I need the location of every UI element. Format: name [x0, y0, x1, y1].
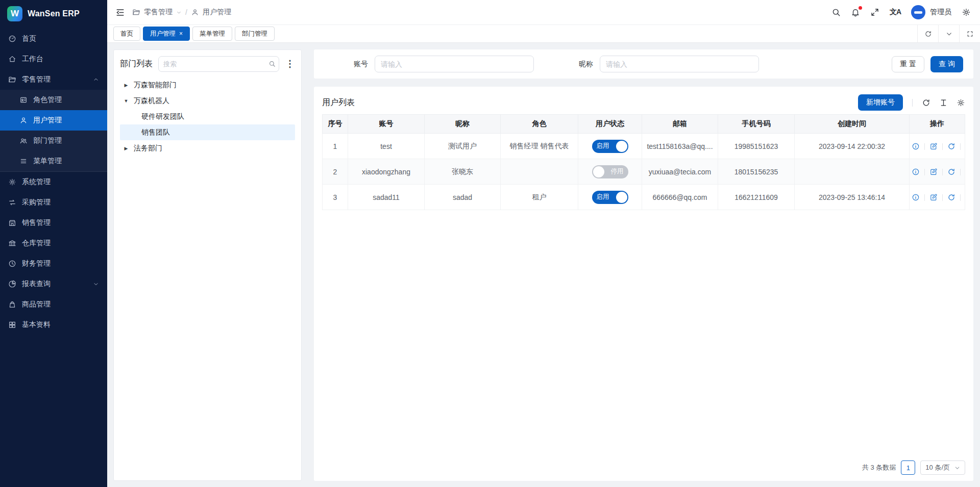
tree-node[interactable]: ▼万森机器人 — [120, 93, 295, 109]
column-settings-gear-icon[interactable] — [957, 98, 965, 107]
fullscreen-icon[interactable] — [870, 8, 879, 17]
sidebar-item-零售管理[interactable]: 零售管理 — [0, 69, 107, 90]
breadcrumb: 零售管理 / 用户管理 — [132, 8, 231, 17]
folder-icon — [8, 75, 16, 84]
tab-部门管理[interactable]: 部门管理 — [235, 27, 275, 41]
table-row: 2xiaodongzhang张晓东停用yuxiuaa@tecia.com1801… — [323, 159, 965, 185]
row-actions — [912, 168, 965, 176]
caret-icon[interactable]: ▼ — [123, 98, 129, 104]
sidebar-item-首页[interactable]: 首页 — [0, 29, 107, 49]
sidebar-item-label: 系统管理 — [22, 177, 99, 187]
sidebar-item-工作台[interactable]: 工作台 — [0, 49, 107, 69]
detail-button[interactable] — [912, 193, 920, 201]
caret-icon[interactable]: ▶ — [123, 146, 129, 151]
sidebar-item-用户管理[interactable]: 用户管理 — [0, 110, 107, 131]
sidebar-item-label: 菜单管理 — [33, 157, 99, 166]
sidebar-item-角色管理[interactable]: 角色管理 — [0, 90, 107, 110]
sidebar-item-基本资料[interactable]: 基本资料 — [0, 315, 107, 335]
user-list-card: 用户列表 新增账号 — [314, 87, 973, 481]
page-button[interactable]: 1 — [901, 460, 915, 475]
tab-label: 菜单管理 — [200, 30, 225, 38]
tree-node-label: 万森智能部门 — [134, 81, 177, 90]
pagination: 共 3 条数据 1 10 条/页 — [862, 460, 965, 475]
account-input[interactable] — [375, 56, 534, 72]
sidebar-item-菜单管理[interactable]: 菜单管理 — [0, 151, 107, 171]
refresh-page-icon[interactable] — [917, 25, 938, 42]
reset-button[interactable] — [947, 142, 955, 150]
sidebar-item-财务管理[interactable]: 财务管理 — [0, 253, 107, 274]
reset-button[interactable] — [947, 168, 955, 176]
breadcrumb-page[interactable]: 用户管理 — [203, 8, 231, 17]
row-height-icon[interactable] — [939, 98, 948, 107]
tree-node-label: 销售团队 — [141, 128, 170, 137]
tab-首页[interactable]: 首页 — [113, 27, 140, 41]
tree-node[interactable]: 硬件研发团队 — [120, 109, 295, 124]
caret-icon[interactable]: ▶ — [123, 83, 129, 88]
action-divider — [960, 194, 961, 201]
content-fullscreen-icon[interactable] — [959, 25, 980, 42]
breadcrumb-section[interactable]: 零售管理 — [144, 8, 173, 17]
reset-button[interactable]: 重 置 — [892, 56, 924, 72]
sidebar-item-销售管理[interactable]: 销售管理 — [0, 213, 107, 233]
department-search-input[interactable] — [159, 60, 265, 68]
close-icon[interactable]: × — [179, 31, 183, 37]
edit-button[interactable] — [929, 193, 938, 201]
sidebar-item-部门管理[interactable]: 部门管理 — [0, 131, 107, 151]
reset-button[interactable] — [947, 193, 955, 201]
cell-phone: 18015156235 — [718, 159, 795, 185]
tab-用户管理[interactable]: 用户管理× — [143, 27, 190, 41]
sidebar-item-商品管理[interactable]: 商品管理 — [0, 294, 107, 315]
tree-node[interactable]: 销售团队 — [120, 124, 295, 140]
toolbar-divider — [912, 99, 913, 107]
sidebar-item-报表查询[interactable]: 报表查询 — [0, 274, 107, 294]
tree-node-label: 法务部门 — [134, 144, 162, 153]
action-divider — [942, 143, 943, 150]
tab-菜单管理[interactable]: 菜单管理 — [192, 27, 232, 41]
cell-nickname: sadad — [425, 185, 501, 210]
cell-account: test — [348, 134, 425, 159]
tree-node-label: 硬件研发团队 — [141, 112, 184, 121]
tree-node[interactable]: ▶法务部门 — [120, 140, 295, 156]
status-toggle[interactable]: 启用 — [592, 140, 628, 153]
sidebar-item-仓库管理[interactable]: 仓库管理 — [0, 233, 107, 253]
settings-gear-icon[interactable] — [962, 8, 971, 17]
header-right: 文A 管理员 — [831, 5, 971, 19]
menu-fold-icon[interactable] — [115, 8, 125, 17]
chevron-down-icon[interactable] — [176, 10, 182, 15]
sidebar-item-系统管理[interactable]: 系统管理 — [0, 172, 107, 192]
account-field: 账号 — [354, 56, 534, 72]
translate-icon[interactable]: 文A — [890, 8, 901, 17]
status-toggle[interactable]: 启用 — [592, 191, 628, 204]
add-account-button[interactable]: 新增账号 — [858, 94, 903, 111]
tab-menu-chevron-icon[interactable] — [938, 25, 959, 42]
sidebar-item-label: 角色管理 — [33, 95, 99, 105]
column-header-创建时间: 创建时间 — [795, 115, 910, 134]
detail-button[interactable] — [912, 142, 920, 150]
user-menu[interactable]: 管理员 — [911, 5, 951, 19]
notifications-bell-icon[interactable] — [851, 8, 860, 17]
chevron-up-icon — [93, 76, 99, 83]
avatar[interactable] — [911, 5, 925, 19]
tree-node-label: 万森机器人 — [134, 96, 169, 106]
department-more-icon[interactable]: ⋮ — [285, 59, 295, 68]
cell-roles: 租户 — [501, 185, 578, 210]
cell-account: xiaodongzhang — [348, 159, 425, 185]
detail-button[interactable] — [912, 168, 920, 176]
cell-actions — [910, 159, 965, 185]
action-divider — [924, 143, 925, 150]
edit-button[interactable] — [929, 142, 938, 150]
tree-node[interactable]: ▶万森智能部门 — [120, 77, 295, 93]
department-search-icon[interactable] — [265, 57, 279, 71]
cell-created-time: 2023-09-25 13:46:14 — [795, 185, 910, 210]
bank-icon — [8, 239, 16, 247]
nickname-input[interactable] — [600, 56, 759, 72]
query-button[interactable]: 查 询 — [930, 56, 963, 72]
cell-account: sadad11 — [348, 185, 425, 210]
refresh-table-icon[interactable] — [922, 98, 930, 107]
search-icon[interactable] — [831, 8, 841, 17]
column-header-操作: 操作 — [910, 115, 965, 134]
status-toggle[interactable]: 停用 — [592, 165, 628, 178]
edit-button[interactable] — [929, 168, 938, 176]
sidebar-item-采购管理[interactable]: 采购管理 — [0, 192, 107, 213]
page-size-select[interactable]: 10 条/页 — [920, 460, 965, 475]
